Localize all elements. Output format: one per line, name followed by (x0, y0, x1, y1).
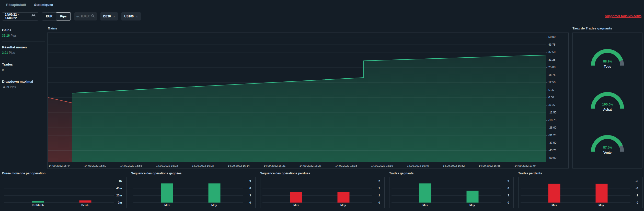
date-range-input[interactable]: 14/09/22 - 14/09/22 (2, 12, 38, 20)
tab-statistiques[interactable]: Statistiques (30, 2, 57, 9)
y-axis-label: -18.75 (548, 119, 556, 122)
mini-chart-title: Trades gagnants (389, 172, 514, 176)
svg-text:3: 3 (249, 194, 251, 197)
asset-chip-label: DE30 (103, 15, 111, 18)
gauge-label: Tous (604, 65, 611, 68)
asset-chip-us100[interactable]: US100 × (121, 12, 141, 20)
stat-resultat-moyen: Résultat moyen 3.91 Pips (2, 43, 45, 59)
stat-value: -4.39 (2, 85, 9, 89)
stat-value: 35.16 (2, 34, 10, 37)
y-axis-label: -50.00 (548, 156, 556, 159)
symbol-search (74, 12, 97, 20)
losing-streak-panel: Séquence des opérations perdues 2110MaxM… (260, 172, 385, 209)
winning-streak-panel: Séquence des opérations gagnées 9630MaxM… (131, 172, 256, 209)
svg-text:Perdu: Perdu (81, 204, 89, 207)
x-axis-label: 14.09.2022 16:21 (264, 164, 286, 167)
filter-toolbar: 14/09/22 - 14/09/22 EUR Pips DE30 × US10… (2, 12, 141, 20)
svg-text:3: 3 (508, 194, 509, 197)
svg-text:40m: 40m (116, 187, 122, 190)
gauge-svg-2 (588, 133, 627, 153)
stat-value: 9 (2, 68, 4, 72)
svg-text:Moy.: Moy. (599, 204, 605, 207)
x-axis-label: 14.09.2022 16:33 (335, 164, 357, 167)
y-axis-label: 12.50 (548, 81, 556, 84)
search-icon (91, 14, 95, 19)
x-axis-label: 14.09.2022 15:44 (49, 164, 71, 167)
x-axis-label: 14.09.2022 16:14 (228, 164, 250, 167)
stat-label: Résultat moyen (2, 45, 45, 49)
gains-chart-svg (48, 34, 546, 162)
winning-trades-panel: Trades gagnants 9630MaxMoy. (389, 172, 514, 209)
mini-chart-title: Trades perdants (518, 172, 643, 176)
svg-text:Max: Max (293, 204, 299, 207)
close-icon[interactable]: × (113, 15, 115, 18)
gauge-achat: 100.0% Achat (588, 90, 627, 111)
svg-text:-3: -3 (636, 187, 638, 190)
pips-button[interactable]: Pips (56, 12, 71, 20)
svg-text:0: 0 (378, 201, 380, 204)
svg-text:Profitable: Profitable (32, 204, 45, 207)
delete-all-assets-link[interactable]: Supprimer tous les actifs (605, 14, 641, 18)
mini-svg-2: 1h40m20m0mProfitablePerdu (2, 177, 126, 208)
x-axis-label: 14.09.2022 15:56 (120, 164, 142, 167)
svg-text:2: 2 (378, 180, 380, 183)
win-rate-title: Taux de Trades gagnants (572, 26, 612, 30)
y-axis-label: -43.75 (548, 149, 556, 152)
stat-trades: Trades 9 (2, 60, 45, 76)
svg-text:0m: 0m (118, 201, 122, 204)
y-axis-label: 25.00 (548, 66, 556, 69)
x-axis-label: 14.09.2022 16:02 (156, 164, 178, 167)
gauge-tous: 88.9% Tous (588, 47, 627, 68)
svg-text:6: 6 (249, 187, 251, 190)
eur-button[interactable]: EUR (42, 13, 56, 20)
svg-text:0: 0 (637, 201, 638, 204)
mini-chart-title: Séquence des opérations gagnées (131, 172, 256, 176)
svg-text:1: 1 (378, 194, 380, 197)
stat-unit: Pips (10, 85, 16, 89)
x-axis-label: 14.09.2022 16:52 (443, 164, 465, 167)
stat-unit: Pips (9, 51, 15, 55)
calendar-icon[interactable] (31, 14, 36, 19)
x-axis-label: 14.09.2022 16:27 (300, 164, 321, 167)
gains-chart-title: Gains (48, 26, 57, 30)
mini-svg-5: 9630MaxMoy. (389, 177, 513, 208)
gauge-value: 88.9 (603, 59, 610, 63)
svg-text:0: 0 (508, 201, 509, 204)
y-axis-label: -6.25 (548, 103, 555, 107)
stats-sidebar: Gains 35.16 Pips Résultat moyen 3.91 Pip… (2, 26, 45, 94)
svg-text:1h: 1h (119, 180, 122, 183)
asset-chip-de30[interactable]: DE30 × (100, 12, 118, 20)
svg-text:Moy.: Moy. (469, 204, 476, 207)
gauge-value: 100.0 (602, 102, 611, 106)
mini-chart-title: Séquence des opérations perdues (260, 172, 385, 176)
symbol-search-input[interactable] (76, 15, 89, 18)
asset-chip-label: US100 (124, 15, 134, 18)
y-axis-label: 50.00 (548, 35, 556, 38)
stat-unit: Pips (10, 34, 16, 37)
y-axis-label: 0.00 (548, 96, 554, 99)
percent-sign: % (610, 60, 612, 63)
close-icon[interactable]: × (136, 15, 138, 18)
win-rate-panel: 88.9% Tous 100.0% Achat 87.5% Vente (572, 33, 642, 168)
tab-recapitulatif[interactable]: Récapitulatif (2, 2, 30, 9)
mini-svg-6: -5-3-20MaxMoy. (519, 177, 642, 208)
svg-text:1: 1 (378, 187, 380, 190)
stat-value: 3.91 (2, 51, 8, 55)
gauge-label: Vente (603, 151, 612, 154)
y-axis-label: 18.75 (548, 73, 556, 76)
stat-label: Gains (2, 28, 45, 32)
y-axis-label: -25.00 (548, 126, 556, 129)
svg-text:Max: Max (551, 204, 557, 207)
svg-text:Max: Max (422, 204, 428, 207)
x-axis-label: 14.09.2022 16:58 (479, 164, 501, 167)
gauge-svg-1 (588, 90, 627, 110)
unit-toggle: EUR Pips (42, 12, 71, 20)
stat-gains: Gains 35.16 Pips (2, 26, 45, 42)
percent-sign: % (611, 103, 613, 106)
x-axis-label: 14.09.2022 16:45 (407, 164, 429, 167)
stat-drawdown: Drawdown maximal -4.39 Pips (2, 78, 45, 93)
y-axis-label: 6.25 (548, 88, 554, 91)
mini-svg-4: 2110MaxMoy. (260, 177, 384, 208)
gauge-vente: 87.5% Vente (588, 133, 627, 154)
gains-chart-panel: 50.0043.7537.5031.2525.0018.7512.506.250… (47, 33, 569, 168)
